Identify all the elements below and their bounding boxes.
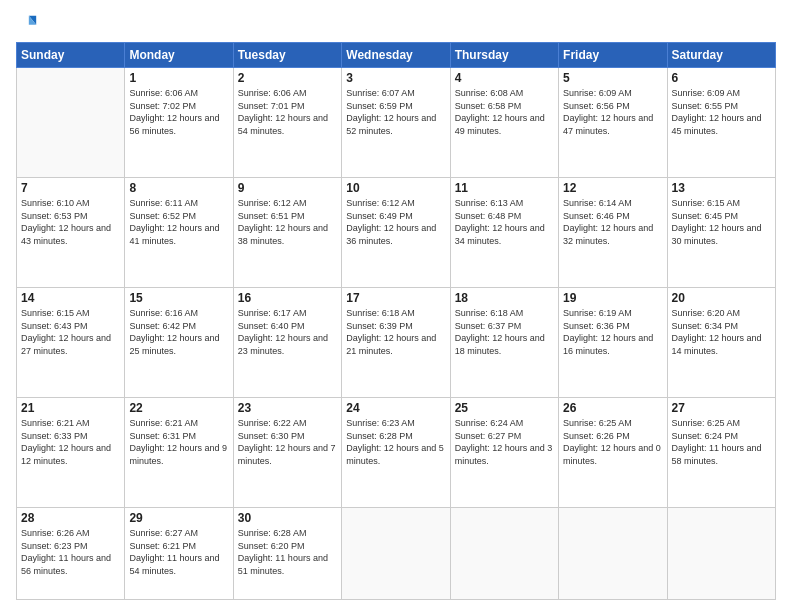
calendar-cell: 7Sunrise: 6:10 AMSunset: 6:53 PMDaylight… (17, 178, 125, 288)
day-number: 3 (346, 71, 445, 85)
day-info: Sunrise: 6:10 AMSunset: 6:53 PMDaylight:… (21, 197, 120, 247)
header (16, 12, 776, 34)
day-number: 8 (129, 181, 228, 195)
calendar-cell (342, 508, 450, 600)
day-number: 6 (672, 71, 771, 85)
calendar-cell: 15Sunrise: 6:16 AMSunset: 6:42 PMDayligh… (125, 288, 233, 398)
weekday-header: Sunday (17, 43, 125, 68)
calendar-table: SundayMondayTuesdayWednesdayThursdayFrid… (16, 42, 776, 600)
calendar-cell: 9Sunrise: 6:12 AMSunset: 6:51 PMDaylight… (233, 178, 341, 288)
day-info: Sunrise: 6:21 AMSunset: 6:33 PMDaylight:… (21, 417, 120, 467)
day-info: Sunrise: 6:26 AMSunset: 6:23 PMDaylight:… (21, 527, 120, 577)
day-number: 27 (672, 401, 771, 415)
calendar-cell: 11Sunrise: 6:13 AMSunset: 6:48 PMDayligh… (450, 178, 558, 288)
page: SundayMondayTuesdayWednesdayThursdayFrid… (0, 0, 792, 612)
day-info: Sunrise: 6:14 AMSunset: 6:46 PMDaylight:… (563, 197, 662, 247)
day-info: Sunrise: 6:09 AMSunset: 6:55 PMDaylight:… (672, 87, 771, 137)
day-number: 21 (21, 401, 120, 415)
day-info: Sunrise: 6:06 AMSunset: 7:01 PMDaylight:… (238, 87, 337, 137)
day-info: Sunrise: 6:06 AMSunset: 7:02 PMDaylight:… (129, 87, 228, 137)
day-number: 28 (21, 511, 120, 525)
day-number: 29 (129, 511, 228, 525)
calendar-cell: 18Sunrise: 6:18 AMSunset: 6:37 PMDayligh… (450, 288, 558, 398)
day-info: Sunrise: 6:13 AMSunset: 6:48 PMDaylight:… (455, 197, 554, 247)
day-info: Sunrise: 6:27 AMSunset: 6:21 PMDaylight:… (129, 527, 228, 577)
weekday-header: Tuesday (233, 43, 341, 68)
weekday-header: Saturday (667, 43, 775, 68)
day-info: Sunrise: 6:24 AMSunset: 6:27 PMDaylight:… (455, 417, 554, 467)
day-number: 1 (129, 71, 228, 85)
calendar-cell: 10Sunrise: 6:12 AMSunset: 6:49 PMDayligh… (342, 178, 450, 288)
calendar-cell: 2Sunrise: 6:06 AMSunset: 7:01 PMDaylight… (233, 68, 341, 178)
day-info: Sunrise: 6:19 AMSunset: 6:36 PMDaylight:… (563, 307, 662, 357)
day-info: Sunrise: 6:21 AMSunset: 6:31 PMDaylight:… (129, 417, 228, 467)
calendar-cell: 20Sunrise: 6:20 AMSunset: 6:34 PMDayligh… (667, 288, 775, 398)
day-number: 13 (672, 181, 771, 195)
day-number: 23 (238, 401, 337, 415)
day-info: Sunrise: 6:25 AMSunset: 6:26 PMDaylight:… (563, 417, 662, 467)
day-number: 25 (455, 401, 554, 415)
day-info: Sunrise: 6:17 AMSunset: 6:40 PMDaylight:… (238, 307, 337, 357)
day-number: 18 (455, 291, 554, 305)
day-number: 4 (455, 71, 554, 85)
day-info: Sunrise: 6:28 AMSunset: 6:20 PMDaylight:… (238, 527, 337, 577)
calendar-cell (17, 68, 125, 178)
calendar-header-row: SundayMondayTuesdayWednesdayThursdayFrid… (17, 43, 776, 68)
calendar-cell: 23Sunrise: 6:22 AMSunset: 6:30 PMDayligh… (233, 398, 341, 508)
calendar-week-row: 7Sunrise: 6:10 AMSunset: 6:53 PMDaylight… (17, 178, 776, 288)
calendar-cell: 25Sunrise: 6:24 AMSunset: 6:27 PMDayligh… (450, 398, 558, 508)
day-number: 26 (563, 401, 662, 415)
day-number: 24 (346, 401, 445, 415)
day-info: Sunrise: 6:15 AMSunset: 6:45 PMDaylight:… (672, 197, 771, 247)
day-number: 10 (346, 181, 445, 195)
day-info: Sunrise: 6:20 AMSunset: 6:34 PMDaylight:… (672, 307, 771, 357)
calendar-week-row: 1Sunrise: 6:06 AMSunset: 7:02 PMDaylight… (17, 68, 776, 178)
weekday-header: Thursday (450, 43, 558, 68)
day-info: Sunrise: 6:16 AMSunset: 6:42 PMDaylight:… (129, 307, 228, 357)
calendar-cell (450, 508, 558, 600)
calendar-cell: 24Sunrise: 6:23 AMSunset: 6:28 PMDayligh… (342, 398, 450, 508)
day-info: Sunrise: 6:09 AMSunset: 6:56 PMDaylight:… (563, 87, 662, 137)
day-number: 30 (238, 511, 337, 525)
weekday-header: Friday (559, 43, 667, 68)
calendar-cell: 29Sunrise: 6:27 AMSunset: 6:21 PMDayligh… (125, 508, 233, 600)
logo (16, 12, 42, 34)
calendar-cell: 13Sunrise: 6:15 AMSunset: 6:45 PMDayligh… (667, 178, 775, 288)
day-number: 19 (563, 291, 662, 305)
day-info: Sunrise: 6:08 AMSunset: 6:58 PMDaylight:… (455, 87, 554, 137)
calendar-cell: 28Sunrise: 6:26 AMSunset: 6:23 PMDayligh… (17, 508, 125, 600)
calendar-week-row: 21Sunrise: 6:21 AMSunset: 6:33 PMDayligh… (17, 398, 776, 508)
day-info: Sunrise: 6:18 AMSunset: 6:39 PMDaylight:… (346, 307, 445, 357)
day-number: 7 (21, 181, 120, 195)
day-info: Sunrise: 6:07 AMSunset: 6:59 PMDaylight:… (346, 87, 445, 137)
calendar-cell: 6Sunrise: 6:09 AMSunset: 6:55 PMDaylight… (667, 68, 775, 178)
calendar-cell: 12Sunrise: 6:14 AMSunset: 6:46 PMDayligh… (559, 178, 667, 288)
calendar-cell: 30Sunrise: 6:28 AMSunset: 6:20 PMDayligh… (233, 508, 341, 600)
calendar-cell: 21Sunrise: 6:21 AMSunset: 6:33 PMDayligh… (17, 398, 125, 508)
day-info: Sunrise: 6:22 AMSunset: 6:30 PMDaylight:… (238, 417, 337, 467)
calendar-cell: 1Sunrise: 6:06 AMSunset: 7:02 PMDaylight… (125, 68, 233, 178)
day-number: 15 (129, 291, 228, 305)
calendar-cell (667, 508, 775, 600)
day-number: 11 (455, 181, 554, 195)
calendar-week-row: 14Sunrise: 6:15 AMSunset: 6:43 PMDayligh… (17, 288, 776, 398)
weekday-header: Monday (125, 43, 233, 68)
day-info: Sunrise: 6:15 AMSunset: 6:43 PMDaylight:… (21, 307, 120, 357)
day-number: 5 (563, 71, 662, 85)
calendar-cell: 26Sunrise: 6:25 AMSunset: 6:26 PMDayligh… (559, 398, 667, 508)
day-info: Sunrise: 6:18 AMSunset: 6:37 PMDaylight:… (455, 307, 554, 357)
calendar-cell: 19Sunrise: 6:19 AMSunset: 6:36 PMDayligh… (559, 288, 667, 398)
day-number: 12 (563, 181, 662, 195)
day-number: 2 (238, 71, 337, 85)
calendar-cell (559, 508, 667, 600)
day-number: 17 (346, 291, 445, 305)
calendar-cell: 4Sunrise: 6:08 AMSunset: 6:58 PMDaylight… (450, 68, 558, 178)
calendar-cell: 22Sunrise: 6:21 AMSunset: 6:31 PMDayligh… (125, 398, 233, 508)
calendar-cell: 14Sunrise: 6:15 AMSunset: 6:43 PMDayligh… (17, 288, 125, 398)
day-info: Sunrise: 6:23 AMSunset: 6:28 PMDaylight:… (346, 417, 445, 467)
day-number: 16 (238, 291, 337, 305)
calendar-week-row: 28Sunrise: 6:26 AMSunset: 6:23 PMDayligh… (17, 508, 776, 600)
calendar-cell: 8Sunrise: 6:11 AMSunset: 6:52 PMDaylight… (125, 178, 233, 288)
calendar-cell: 5Sunrise: 6:09 AMSunset: 6:56 PMDaylight… (559, 68, 667, 178)
day-info: Sunrise: 6:12 AMSunset: 6:49 PMDaylight:… (346, 197, 445, 247)
